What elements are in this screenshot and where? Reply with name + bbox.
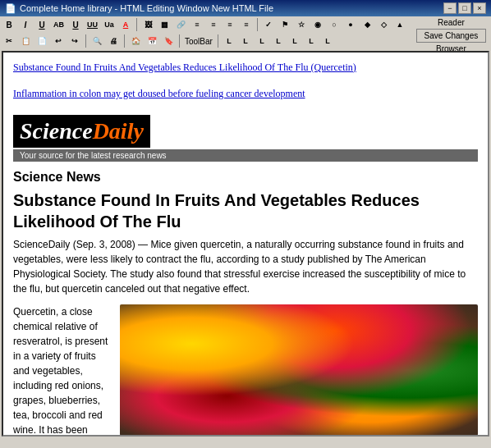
logo-science: Science <box>20 118 93 144</box>
article-float: Quercetin, a close chemical relative of … <box>13 304 478 435</box>
search-button[interactable]: 🔍 <box>89 34 104 48</box>
format-button[interactable]: AB <box>51 17 67 32</box>
separator-1 <box>136 18 137 31</box>
logo-tagline: Your source for the latest research news <box>13 149 478 162</box>
cut-button[interactable]: ✂ <box>2 34 16 48</box>
separator-2 <box>257 18 258 31</box>
align-left-button[interactable]: ≡ <box>190 17 204 32</box>
ruler-btn2[interactable]: L <box>238 34 253 48</box>
misc6-button[interactable]: ▲ <box>392 17 407 32</box>
check-button[interactable]: ✓ <box>261 17 276 32</box>
logo-container: ScienceDaily Your source for the latest … <box>13 108 478 162</box>
print-button[interactable]: 🖨 <box>106 34 121 48</box>
italic-button[interactable]: I <box>18 17 33 32</box>
separator-3 <box>85 34 86 48</box>
home-button[interactable]: 🏠 <box>128 34 143 48</box>
bold-button[interactable]: B <box>2 17 16 32</box>
paste-button[interactable]: 📄 <box>34 34 49 48</box>
ruler-btn5[interactable]: L <box>287 34 302 48</box>
close-button[interactable]: × <box>473 2 486 14</box>
link-2[interactable]: Inflammation in colon may get doused bef… <box>13 88 305 99</box>
link-1[interactable]: Substance Found In Fruits And Vegetables… <box>13 62 356 73</box>
window-controls: − □ × <box>443 2 486 14</box>
underline3-button[interactable]: UU <box>85 17 100 32</box>
minimize-button[interactable]: − <box>443 2 457 14</box>
format2-button[interactable]: Ua <box>102 17 117 32</box>
misc1-button[interactable]: ◉ <box>310 17 325 32</box>
ruler-btn1[interactable]: L <box>222 34 236 48</box>
undo-button[interactable]: ↩ <box>51 34 66 48</box>
section-title: Science News <box>13 170 478 185</box>
underline2-button[interactable]: U <box>68 17 83 32</box>
ruler-btn4[interactable]: L <box>271 34 286 48</box>
misc2-button[interactable]: ○ <box>327 17 342 32</box>
separator-6 <box>218 34 218 48</box>
underline-button[interactable]: U <box>34 17 49 32</box>
redo-button[interactable]: ↪ <box>67 34 82 48</box>
copy-button[interactable]: 📋 <box>18 34 33 48</box>
table-button[interactable]: ▦ <box>157 17 172 32</box>
misc3-button[interactable]: ● <box>343 17 358 32</box>
window-title: Complete Home library - HTML Editing Win… <box>20 3 273 13</box>
maximize-button[interactable]: □ <box>458 2 471 14</box>
flag-button[interactable]: ⚑ <box>278 17 292 32</box>
save-changes-button[interactable]: Save Changes <box>416 29 486 43</box>
logo-daily: Daily <box>93 118 144 144</box>
image-button[interactable]: 🖼 <box>140 17 155 32</box>
link-1-container: Substance Found In Fruits And Vegetables… <box>13 61 478 74</box>
separator-4 <box>124 34 125 48</box>
align-justify-button[interactable]: ≡ <box>239 17 254 32</box>
font-color-button[interactable]: A <box>118 17 133 32</box>
align-right-button[interactable]: ≡ <box>223 17 237 32</box>
editor-window: Substance Found In Fruits And Vegetables… <box>2 51 489 437</box>
link-button[interactable]: 🔗 <box>173 17 188 32</box>
app-icon: 📄 <box>5 3 16 14</box>
link-2-container: Inflammation in colon may get doused bef… <box>13 87 478 100</box>
toolbar-row-1: B I U AB U UU Ua A 🖼 ▦ 🔗 ≡ ≡ ≡ ≡ ✓ ⚑ ☆ ◉… <box>0 16 409 33</box>
fruit-vegetable-image <box>120 304 478 435</box>
align-center-button[interactable]: ≡ <box>206 17 221 32</box>
misc5-button[interactable]: ◇ <box>376 17 391 32</box>
float-text: Quercetin, a close chemical relative of … <box>13 304 112 435</box>
article-title: Substance Found In Fruits And Vegetables… <box>13 190 478 232</box>
title-bar-text: 📄 Complete Home library - HTML Editing W… <box>5 3 273 14</box>
ruler-btn3[interactable]: L <box>255 34 269 48</box>
star-button[interactable]: ☆ <box>294 17 309 32</box>
ruler-btn7[interactable]: L <box>320 34 335 48</box>
ruler-btn6[interactable]: L <box>304 34 319 48</box>
bookmark-button[interactable]: 🔖 <box>161 34 176 48</box>
veggie-background <box>120 304 478 435</box>
calendar-button[interactable]: 📅 <box>145 34 159 48</box>
toolbar-label: ToolBar <box>183 37 214 46</box>
separator-5 <box>179 34 180 48</box>
editor-content[interactable]: Substance Found In Fruits And Vegetables… <box>3 53 488 435</box>
reader-label: Reader <box>436 18 466 27</box>
toolbar-row-2: ✂ 📋 📄 ↩ ↪ 🔍 🖨 🏠 📅 🔖 ToolBar L L L L L L … <box>0 33 409 49</box>
misc4-button[interactable]: ◆ <box>360 17 374 32</box>
title-bar: 📄 Complete Home library - HTML Editing W… <box>0 0 491 16</box>
article-body: ScienceDaily (Sep. 3, 2008) — Mice given… <box>13 237 478 296</box>
